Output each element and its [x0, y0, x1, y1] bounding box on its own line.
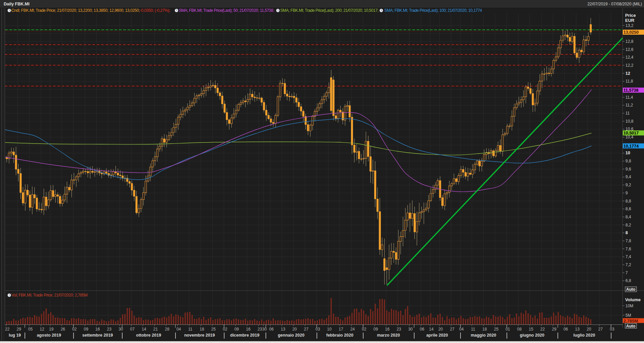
svg-text:13: 13: [575, 327, 580, 332]
svg-text:9: 9: [625, 191, 628, 195]
svg-text:11: 11: [625, 111, 630, 116]
svg-text:04: 04: [459, 327, 464, 332]
svg-text:ottobre 2019: ottobre 2019: [136, 333, 161, 338]
svg-text:30: 30: [408, 327, 413, 332]
svg-text:05: 05: [28, 327, 33, 332]
svg-text:giugno 2020: giugno 2020: [520, 333, 544, 338]
svg-text:17: 17: [339, 327, 344, 332]
svg-text:25: 25: [494, 327, 499, 332]
svg-text:09: 09: [84, 327, 89, 332]
svg-text:maggio 2020: maggio 2020: [471, 333, 496, 338]
svg-text:2,785M: 2,785M: [623, 318, 638, 323]
svg-text:20: 20: [587, 327, 591, 332]
svg-text:23: 23: [258, 327, 262, 332]
svg-text:18: 18: [200, 327, 204, 332]
svg-text:20: 20: [292, 327, 297, 332]
svg-text:22: 22: [5, 327, 10, 332]
svg-text:07: 07: [130, 327, 135, 332]
svg-text:13,0250: 13,0250: [623, 30, 639, 35]
svg-text:08: 08: [517, 327, 522, 332]
svg-text:26: 26: [61, 327, 65, 332]
svg-text:7,8: 7,8: [625, 239, 631, 243]
svg-text:luglio 2020: luglio 2020: [573, 333, 595, 338]
svg-text:30: 30: [119, 327, 123, 332]
svg-text:febbraio 2020: febbraio 2020: [326, 333, 354, 338]
svg-text:9,6: 9,6: [625, 167, 631, 172]
svg-text:27: 27: [304, 327, 309, 332]
svg-text:28: 28: [165, 327, 170, 332]
svg-text:13: 13: [281, 327, 286, 332]
svg-text:11: 11: [471, 327, 475, 332]
svg-text:aprile 2020: aprile 2020: [426, 333, 448, 338]
svg-text:29: 29: [17, 327, 21, 332]
svg-text:16: 16: [385, 327, 390, 332]
svg-text:09: 09: [374, 327, 378, 332]
svg-text:7: 7: [625, 271, 628, 275]
svg-text:6,8: 6,8: [625, 278, 631, 283]
svg-text:10: 10: [625, 151, 630, 155]
svg-text:06: 06: [420, 327, 424, 332]
svg-text:9,4: 9,4: [625, 175, 631, 179]
svg-text:Volume: Volume: [625, 297, 641, 302]
svg-text:14: 14: [142, 327, 147, 332]
svg-text:29: 29: [552, 327, 557, 332]
svg-text:04: 04: [176, 327, 181, 332]
svg-text:Auto: Auto: [626, 287, 635, 292]
svg-text:14: 14: [429, 327, 434, 332]
svg-text:8,6: 8,6: [625, 207, 631, 211]
svg-text:7,2: 7,2: [625, 262, 631, 267]
svg-text:SMA; FBK.MI; Trade Price(Last): SMA; FBK.MI; Trade Price(Last); 100; 21/…: [384, 8, 482, 13]
svg-text:16: 16: [95, 327, 100, 332]
svg-text:30: 30: [262, 327, 267, 332]
svg-text:25: 25: [211, 327, 216, 332]
svg-text:16: 16: [246, 327, 251, 332]
svg-text:SMA; FBK.MI; Trade Price(Last): SMA; FBK.MI; Trade Price(Last); 200; 21/…: [280, 8, 379, 13]
svg-text:Daily FBK.MI: Daily FBK.MI: [4, 2, 29, 6]
svg-text:Auto: Auto: [626, 324, 635, 329]
svg-text:02: 02: [362, 327, 366, 332]
svg-text:EUR: EUR: [625, 18, 635, 23]
svg-text:10,8: 10,8: [625, 119, 634, 124]
svg-text:12: 12: [625, 71, 630, 76]
svg-text:7,6: 7,6: [625, 247, 631, 251]
svg-text:10M: 10M: [625, 304, 633, 308]
svg-text:9,2: 9,2: [625, 183, 631, 187]
svg-text:03: 03: [610, 327, 615, 332]
svg-text:11,4: 11,4: [625, 95, 633, 100]
svg-text:8,2: 8,2: [625, 223, 631, 227]
svg-text:01: 01: [506, 327, 510, 332]
svg-text:lug 19: lug 19: [9, 333, 21, 338]
svg-text:11,2: 11,2: [625, 103, 633, 107]
svg-text:10,5017: 10,5017: [623, 131, 639, 135]
svg-text:8,4: 8,4: [625, 215, 631, 219]
svg-text:10,1774: 10,1774: [623, 144, 639, 149]
svg-text:22/07/2019 - 07/08/2020 (MIL): 22/07/2019 - 07/08/2020 (MIL): [587, 2, 642, 6]
svg-text:27: 27: [598, 327, 603, 332]
svg-text:-0,0350; (-0,27%);: -0,0350; (-0,27%);: [140, 8, 170, 13]
svg-text:02: 02: [72, 327, 77, 332]
svg-text:9,8: 9,8: [625, 159, 631, 163]
svg-text:SMA; FBK.MI; Trade Price(Last): SMA; FBK.MI; Trade Price(Last); 50; 21/0…: [179, 8, 274, 13]
svg-text:20: 20: [438, 327, 443, 332]
svg-text:12,4: 12,4: [625, 55, 634, 60]
svg-text:23: 23: [107, 327, 112, 332]
svg-text:02: 02: [223, 327, 228, 332]
svg-text:novembre 2019: novembre 2019: [184, 333, 215, 338]
svg-text:8: 8: [625, 230, 628, 235]
svg-text:agosto 2019: agosto 2019: [37, 333, 61, 338]
svg-text:5M: 5M: [625, 313, 631, 318]
svg-text:7,4: 7,4: [625, 254, 631, 259]
svg-text:19: 19: [49, 327, 54, 332]
svg-text:12: 12: [40, 327, 44, 332]
svg-text:Vol; FBK.MI; Trade Price; 21/0: Vol; FBK.MI; Trade Price; 21/07/2020; 2,…: [11, 293, 88, 298]
svg-text:12,6: 12,6: [625, 47, 634, 52]
svg-text:12,2: 12,2: [625, 63, 634, 68]
svg-text:11,8: 11,8: [625, 79, 633, 84]
svg-text:23: 23: [397, 327, 401, 332]
svg-text:22: 22: [540, 327, 545, 332]
svg-text:11: 11: [188, 327, 193, 332]
svg-text:24: 24: [350, 327, 355, 332]
svg-text:06: 06: [564, 327, 568, 332]
svg-text:18: 18: [482, 327, 487, 332]
svg-text:21: 21: [153, 327, 158, 332]
